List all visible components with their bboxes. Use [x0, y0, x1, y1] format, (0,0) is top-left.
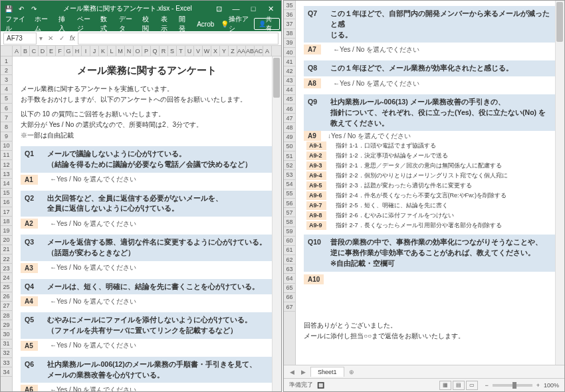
- col-header[interactable]: B: [21, 46, 30, 56]
- row-header[interactable]: 13: [1, 169, 12, 179]
- tab-dev[interactable]: 開発: [175, 17, 193, 31]
- row-header[interactable]: 2: [1, 66, 12, 75]
- answer-subcell[interactable]: A9-9: [306, 221, 326, 230]
- scrollbar[interactable]: [272, 56, 281, 391]
- tab-page[interactable]: ページ: [74, 17, 98, 31]
- cancel-fx-icon[interactable]: ✕: [45, 33, 56, 44]
- row-header[interactable]: 14: [1, 179, 12, 188]
- col-header[interactable]: V: [194, 46, 203, 56]
- sheet-next-icon[interactable]: ▶: [299, 369, 308, 375]
- formula-input[interactable]: [78, 33, 279, 45]
- col-header[interactable]: S: [168, 46, 177, 56]
- row-header[interactable]: 62: [284, 255, 295, 264]
- tab-formula[interactable]: 数式: [97, 17, 115, 31]
- col-header[interactable]: U: [185, 46, 194, 56]
- answer-cell[interactable]: A5: [21, 341, 38, 351]
- col-header[interactable]: O: [134, 46, 142, 56]
- answer-cell[interactable]: A9: [304, 131, 321, 141]
- row-header[interactable]: 22: [1, 254, 12, 264]
- row-header[interactable]: 17: [1, 207, 12, 217]
- name-box[interactable]: AF73: [3, 33, 37, 45]
- tab-view[interactable]: 表示: [158, 17, 175, 31]
- row-header[interactable]: 67: [284, 302, 295, 312]
- row-header[interactable]: 20: [1, 236, 12, 245]
- answer-subcell[interactable]: A9-2: [306, 151, 326, 160]
- row-header[interactable]: 1: [1, 56, 12, 66]
- view-break-icon[interactable]: ▭: [466, 381, 478, 390]
- answer-subcell[interactable]: A9-5: [306, 181, 326, 190]
- answer-subcell[interactable]: A9-3: [306, 161, 326, 170]
- tab-review[interactable]: 校閲: [139, 17, 157, 31]
- answer-cell[interactable]: A3: [21, 263, 38, 273]
- col-header[interactable]: N: [125, 46, 134, 56]
- answer-subcell[interactable]: A9-6: [306, 191, 326, 200]
- row-header[interactable]: 57: [284, 208, 295, 217]
- row-header[interactable]: 10: [1, 142, 12, 151]
- col-header[interactable]: AB: [246, 46, 255, 56]
- col-header[interactable]: A: [13, 46, 21, 56]
- view-normal-icon[interactable]: ▦: [439, 381, 451, 390]
- answer-cell[interactable]: A1: [21, 175, 38, 185]
- row-header[interactable]: 64: [284, 274, 295, 283]
- row-header[interactable]: 9: [1, 132, 12, 142]
- row-header[interactable]: 45: [284, 95, 295, 104]
- row-header[interactable]: 18: [1, 217, 12, 226]
- row-header[interactable]: 40: [284, 48, 295, 57]
- account-icon[interactable]: ⊡: [211, 2, 227, 15]
- col-header[interactable]: R: [160, 46, 168, 56]
- row-header[interactable]: 51: [284, 151, 295, 161]
- row-header[interactable]: 21: [1, 245, 12, 254]
- row-header[interactable]: 66: [284, 293, 295, 302]
- row-header[interactable]: 37: [284, 19, 295, 29]
- minimize-icon[interactable]: —: [228, 2, 244, 15]
- col-header[interactable]: P: [142, 46, 151, 56]
- row-header[interactable]: 12: [1, 160, 12, 169]
- col-header[interactable]: K: [99, 46, 108, 56]
- row-header[interactable]: 32: [1, 349, 12, 358]
- answer-subcell[interactable]: A9-8: [306, 211, 326, 220]
- row-header[interactable]: 25: [1, 283, 12, 292]
- answer-subcell[interactable]: A9-7: [306, 201, 326, 210]
- row-header[interactable]: 46: [284, 104, 295, 114]
- row-header[interactable]: 23: [1, 264, 12, 273]
- row-header[interactable]: 39: [284, 39, 295, 48]
- row-header[interactable]: 50: [284, 142, 295, 151]
- col-header[interactable]: L: [108, 46, 116, 56]
- row-header[interactable]: 59: [284, 227, 295, 237]
- col-header[interactable]: E: [47, 46, 56, 56]
- row-header[interactable]: 34: [1, 367, 12, 377]
- col-header[interactable]: T: [177, 46, 185, 56]
- col-header[interactable]: J: [90, 46, 99, 56]
- row-header[interactable]: 61: [284, 246, 295, 255]
- row-header[interactable]: 49: [284, 133, 295, 142]
- row-header[interactable]: 4: [1, 85, 12, 94]
- scrollbar-right[interactable]: [555, 1, 564, 365]
- row-header[interactable]: 63: [284, 264, 295, 274]
- maximize-icon[interactable]: □: [245, 2, 261, 15]
- col-header[interactable]: I: [82, 46, 90, 56]
- row-header[interactable]: 60: [284, 237, 295, 246]
- sheet-content[interactable]: メール業務に関するアンケート メール業務に関するアンケートを実施しています。 お…: [13, 56, 281, 391]
- row-header[interactable]: 55: [284, 189, 295, 199]
- row-header[interactable]: 44: [284, 86, 295, 95]
- answer-cell[interactable]: A7: [304, 45, 321, 54]
- answer-cell[interactable]: A10: [304, 274, 324, 284]
- row-header[interactable]: 15: [1, 189, 12, 198]
- close-icon[interactable]: ✕: [263, 2, 279, 15]
- row-header[interactable]: 48: [284, 123, 295, 132]
- tab-data[interactable]: データ: [116, 17, 140, 31]
- row-header[interactable]: 42: [284, 66, 295, 76]
- tell-me[interactable]: 💡 操作アシ: [217, 17, 254, 31]
- redo-icon[interactable]: ↷: [29, 3, 39, 14]
- row-header[interactable]: 47: [284, 114, 295, 123]
- tab-home[interactable]: ホーム: [31, 17, 55, 31]
- col-header[interactable]: G: [64, 46, 73, 56]
- col-header[interactable]: X: [211, 46, 220, 56]
- zoom-in-icon[interactable]: +: [536, 382, 540, 389]
- row-header[interactable]: 54: [284, 180, 295, 189]
- sheet-tab-1[interactable]: Sheet1: [310, 367, 344, 377]
- row-header[interactable]: 5: [1, 94, 12, 104]
- row-header[interactable]: 33: [1, 358, 12, 367]
- tab-insert[interactable]: 挿入: [55, 17, 73, 31]
- row-header[interactable]: 6: [1, 104, 12, 113]
